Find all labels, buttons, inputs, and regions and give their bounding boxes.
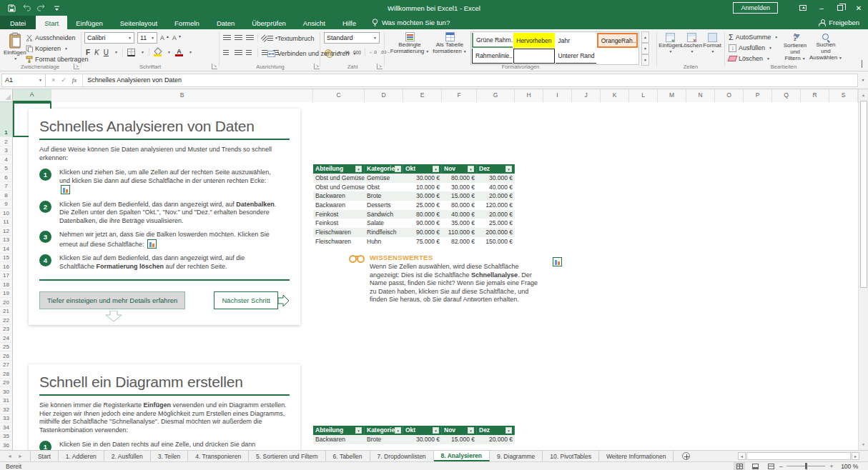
horizontal-scroll-thumb[interactable] xyxy=(746,452,851,460)
table-cell[interactable]: 25.000 € xyxy=(477,219,515,228)
table-header-kategorie[interactable]: Kategorie▼ xyxy=(365,426,403,435)
scroll-down-icon[interactable]: ▼ xyxy=(859,439,868,450)
row-header-12[interactable]: 12 xyxy=(0,226,12,236)
align-bottom-button[interactable] xyxy=(246,35,254,41)
table-cell[interactable]: 20.000 € xyxy=(477,210,515,219)
table-cell[interactable]: Salate xyxy=(365,219,403,228)
table-cell[interactable]: 30.000 € xyxy=(403,191,442,201)
normal-view-button[interactable] xyxy=(734,462,745,470)
column-header-i[interactable]: I xyxy=(543,89,572,102)
restore-button[interactable] xyxy=(831,0,849,16)
table-cell[interactable]: 90.000 € xyxy=(403,219,442,228)
row-header-3[interactable]: 3 xyxy=(0,146,12,156)
row-header-18[interactable]: 18 xyxy=(0,280,12,289)
table-header-okt[interactable]: Okt▼ xyxy=(403,164,442,174)
sheet-tab-1-addieren[interactable]: 1. Addieren xyxy=(59,451,104,461)
column-header-q[interactable]: Q xyxy=(772,89,801,102)
table-cell[interactable]: 30.000 € xyxy=(442,183,477,192)
filter-dropdown-icon[interactable]: ▼ xyxy=(355,427,362,434)
expand-formula-bar-icon[interactable]: ▼ xyxy=(858,78,868,82)
sheet-area[interactable]: Schnelles Analysieren von Daten Auf dies… xyxy=(13,102,858,450)
minimize-button[interactable]: – xyxy=(812,0,831,16)
table-cell[interactable]: 80.000 € xyxy=(442,201,477,210)
sheet-tab-7-dropdownlisten[interactable]: 7. Dropdownlisten xyxy=(370,451,434,461)
sheet-tab-5-sortieren-und-filtern[interactable]: 5. Sortieren und Filtern xyxy=(249,451,325,461)
row-header-15[interactable]: 15 xyxy=(0,254,12,263)
redo-icon[interactable] xyxy=(36,3,46,13)
save-icon[interactable] xyxy=(6,3,16,13)
delete-cells-button[interactable]: ✕ Löschen ▼ xyxy=(681,33,701,55)
align-left-button[interactable] xyxy=(223,50,231,56)
sheet-tab-3-teilen[interactable]: 3. Teilen xyxy=(151,451,189,461)
table-cell[interactable]: 90.000 € xyxy=(403,228,442,237)
table-cell[interactable]: Backwaren xyxy=(313,435,365,444)
row-header-8[interactable]: 8 xyxy=(0,191,12,200)
row-header-27[interactable]: 27 xyxy=(0,361,12,370)
ribbon-tab-ansicht[interactable]: Ansicht xyxy=(295,16,334,29)
table-cell[interactable]: Obst und Gemüse xyxy=(313,183,365,192)
fill-color-dropdown-icon[interactable]: ▼ xyxy=(167,50,171,54)
column-header-g[interactable]: G xyxy=(477,89,515,102)
ribbon-tab-formeln[interactable]: Formeln xyxy=(166,16,208,29)
borders-dropdown-icon[interactable]: ▼ xyxy=(141,50,144,54)
column-header-n[interactable]: N xyxy=(686,89,715,102)
deeper-details-button[interactable]: Tiefer einsteigen und mehr Details erfah… xyxy=(39,291,185,309)
clear-button[interactable]: Löschen ▼ xyxy=(729,54,778,64)
column-header-m[interactable]: M xyxy=(658,89,686,102)
table-cell[interactable]: 30.000 € xyxy=(403,435,442,444)
sheet-tab-2-ausfüllen[interactable]: 2. Ausfüllen xyxy=(104,451,151,461)
table-cell[interactable]: Fleischwaren xyxy=(313,228,365,237)
column-header-a[interactable]: A xyxy=(13,89,51,102)
wrap-text-button[interactable]: Textumbruch xyxy=(267,34,315,44)
tell-me-box[interactable]: Was möchten Sie tun? xyxy=(365,16,457,29)
row-header-19[interactable]: 19 xyxy=(0,289,12,299)
row-header-4[interactable]: 4 xyxy=(0,155,12,164)
table-cell[interactable]: Brote xyxy=(365,435,403,444)
share-button[interactable]: Freigeben xyxy=(819,16,868,29)
table-cell[interactable]: Feinkost xyxy=(313,210,365,219)
new-sheet-button[interactable] xyxy=(674,451,699,461)
scroll-left-icon[interactable]: ◄ xyxy=(738,452,746,460)
table-header-kategorie[interactable]: Kategorie▼ xyxy=(365,164,403,174)
table-cell[interactable]: 110.000 € xyxy=(442,228,477,237)
row-header-13[interactable]: 13 xyxy=(0,236,12,245)
table-cell[interactable]: Fleischwaren xyxy=(313,237,365,246)
filter-dropdown-icon[interactable]: ▼ xyxy=(505,166,512,172)
sheet-tab-start[interactable]: Start xyxy=(31,451,59,461)
column-header-r[interactable]: R xyxy=(801,89,829,102)
row-header-34[interactable]: 34 xyxy=(0,423,12,432)
table-cell[interactable]: 30.000 € xyxy=(477,174,515,183)
sheet-nav-left-icon[interactable]: ◄ xyxy=(7,454,12,459)
row-header-22[interactable]: 22 xyxy=(0,316,12,325)
customize-quick-access-toolbar-icon[interactable] xyxy=(51,3,61,13)
sign-in-button[interactable]: Anmelden xyxy=(733,2,778,14)
row-header-25[interactable]: 25 xyxy=(0,343,12,352)
confirm-entry-icon[interactable]: ✓ xyxy=(61,76,66,84)
table-cell[interactable]: 75.000 € xyxy=(403,237,442,246)
table-cell[interactable]: 40.000 € xyxy=(477,183,515,192)
table-cell[interactable]: 15.000 € xyxy=(442,435,477,444)
shrink-font-button[interactable]: A▼ xyxy=(172,34,182,41)
scroll-right-icon[interactable]: ► xyxy=(852,452,859,460)
table-cell[interactable]: Obst und Gemüse xyxy=(313,174,365,183)
table-cell[interactable]: Brote xyxy=(365,191,403,201)
font-color-button[interactable]: A xyxy=(175,49,183,56)
column-header-k[interactable]: K xyxy=(601,89,629,102)
table-cell[interactable]: 35.000 € xyxy=(442,219,477,228)
close-button[interactable]: ✕ xyxy=(849,0,868,16)
column-header-c[interactable]: C xyxy=(313,89,365,102)
column-header-j[interactable]: J xyxy=(572,89,601,102)
row-header-23[interactable]: 23 xyxy=(0,325,12,334)
table-cell[interactable]: 120.000 € xyxy=(477,201,515,210)
cell-style-blank[interactable] xyxy=(513,49,554,64)
table-cell[interactable]: 82.000 € xyxy=(442,237,477,246)
row-header-21[interactable]: 21 xyxy=(0,307,12,316)
zoom-slider-thumb[interactable] xyxy=(805,463,807,469)
row-header-32[interactable]: 32 xyxy=(0,405,12,414)
table-header-okt[interactable]: Okt▼ xyxy=(403,426,442,435)
row-header-2[interactable]: 2 xyxy=(0,137,12,146)
row-header-24[interactable]: 24 xyxy=(0,334,12,343)
ribbon-tab-datei[interactable]: Datei xyxy=(0,16,36,29)
row-header-1[interactable]: 1 xyxy=(0,102,12,137)
row-header-6[interactable]: 6 xyxy=(0,173,12,182)
